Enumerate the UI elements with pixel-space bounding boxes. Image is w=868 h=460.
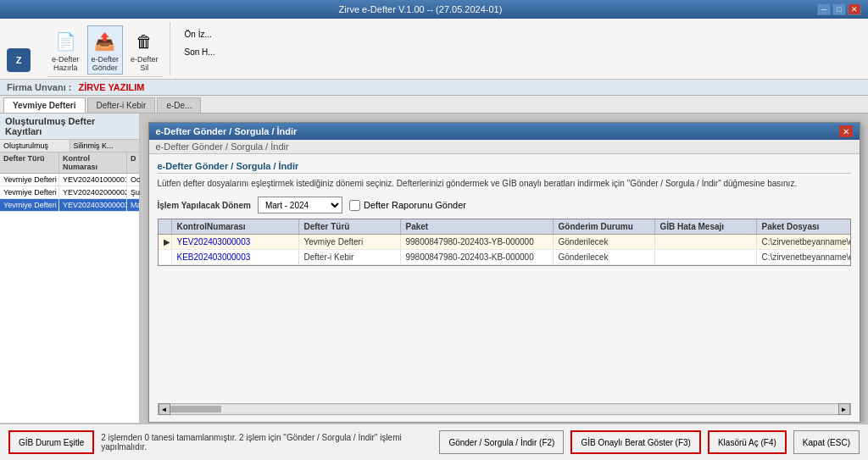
row-number: YEV202402000002 [59, 186, 127, 198]
row-type: Yevmiye Defteri [299, 235, 401, 249]
left-panel: Oluşturulmuş Defter Kayıtları Oluşturulm… [0, 114, 140, 423]
row-indicator: ▶ [159, 235, 172, 249]
modal-scrollbar[interactable]: ◄ ► [158, 403, 851, 415]
minimize-button[interactable]: ─ [817, 3, 831, 15]
hazirla-label: e-DefterHazırla [52, 55, 80, 72]
report-checkbox[interactable] [349, 200, 360, 211]
klasoru-ac-button[interactable]: Klasörü Aç (F4) [708, 430, 787, 454]
modal-table-body: ▶ YEV202403000003 Yevmiye Defteri 998008… [159, 235, 850, 265]
col-dosya: Paket Dosyası [757, 219, 851, 234]
scrollbar-track[interactable] [170, 406, 838, 413]
col-type: Defter Türü [299, 219, 401, 234]
sil-icon: 🗑 [131, 28, 158, 55]
row-dosya: C:\zirvenetbeyanname\eDefter\ZB C:\zirve… [757, 250, 851, 264]
row-number: YEV202403000003 [59, 199, 127, 211]
tab-created[interactable]: Oluşturulmuş [0, 140, 70, 152]
tab-deleted[interactable]: Silinmiş K... [70, 140, 140, 152]
left-table-body: Yevmiye Defteri YEV202401000001 Ocak - 2… [0, 174, 139, 212]
modal-breadcrumb: e-Defter Gönder / Sorgula / İndir [149, 140, 860, 154]
gonder-icon: 📤 [92, 28, 119, 55]
sil-button[interactable]: 🗑 e-DefterSil [126, 25, 163, 75]
row-paket: 99800847980-202403-YB-000000 [401, 235, 554, 249]
row-kontrol: YEV202403000003 [172, 235, 299, 249]
modal-title-bar: e-Defter Gönder / Sorgula / İndir ✕ [149, 123, 860, 140]
modal-section-title: e-Defter Gönder / Sorgula / İndir [158, 161, 851, 174]
title-bar: Zirve e-Defter V.1.00 -- (27.05.2024-01)… [0, 0, 868, 19]
gonder-sorgula-button[interactable]: Gönder / Sorgula / İndir (F2) [439, 430, 564, 454]
main-window: Z 📄 e-DefterHazırla 📤 e-DefterGönder 🗑 e… [0, 19, 868, 460]
ribbon-buttons: 📄 e-DefterHazırla 📤 e-DefterGönder 🗑 e-D… [47, 25, 163, 75]
col-paket: Paket [401, 219, 554, 234]
tab-edefter[interactable]: e-De... [157, 97, 201, 113]
row-dosya: C:\zirvenetbeyanname\eDefter\ZB C:\zirve… [757, 235, 851, 249]
period-select[interactable]: Ocak - 2024 Şubat - 2024 Mart - 2024 Nis… [258, 197, 342, 213]
kapat-button[interactable]: Kapat (ESC) [793, 430, 860, 454]
on-izle-button[interactable]: Ön İz... [181, 27, 231, 42]
row-type: Yevmiye Defteri [0, 186, 59, 198]
row-type: Yevmiye Defteri [0, 199, 59, 211]
ribbon: Z 📄 e-DefterHazırla 📤 e-DefterGönder 🗑 e… [0, 19, 868, 80]
status-text: 2 işlemden 0 tanesi tamamlanmıştır. 2 iş… [101, 433, 432, 452]
row-kontrol: KEB202403000003 [172, 250, 299, 264]
scrollbar-right-button[interactable]: ► [838, 403, 850, 415]
left-panel-header: Oluşturulmuş Defter Kayıtları [0, 114, 139, 140]
tab-yevmiye[interactable]: Yevmiye Defteri [3, 97, 86, 113]
row-type: Yevmiye Defteri [0, 174, 59, 186]
row-hata [655, 250, 757, 264]
left-table-header: Defter Türü Kontrol Numarası D [0, 152, 139, 174]
close-button[interactable]: ✕ [848, 3, 861, 15]
row-type: Defter-i Kebir [299, 250, 401, 264]
logo: Z [7, 48, 31, 72]
modal-description: Lütfen defter dosyalarını eşleştirmek is… [158, 177, 851, 190]
table-row[interactable]: Yevmiye Defteri YEV202403000003 Mart - 2 [0, 199, 139, 212]
modal-body: e-Defter Gönder / Sorgula / İndir Lütfen… [149, 154, 860, 422]
gib-berat-button[interactable]: GİB Onaylı Berat Göster (F3) [570, 430, 700, 454]
firm-header: Firma Unvanı : ZİRVE YAZILIM [0, 80, 868, 96]
report-label: Defter Raporunu Gönder [364, 200, 466, 210]
modal-title: e-Defter Gönder / Sorgula / İndir [156, 126, 298, 136]
period-label: İşlem Yapılacak Dönem [158, 201, 251, 210]
modal-table: KontrolNumarası Defter Türü Paket Gönder… [158, 219, 851, 266]
scrollbar-left-button[interactable]: ◄ [159, 403, 170, 415]
row-indicator [159, 250, 172, 264]
tab-kebir[interactable]: Defter-i Kebir [87, 97, 156, 113]
col-number: Kontrol Numarası [59, 152, 127, 173]
firm-name: ZİRVE YAZILIM [78, 82, 144, 92]
hazirla-button[interactable]: 📄 e-DefterHazırla [47, 25, 84, 75]
row-durum: Gönderilecek [554, 250, 655, 264]
table-row[interactable]: Yevmiye Defteri YEV202402000002 Şubat - [0, 186, 139, 199]
modal-close-button[interactable]: ✕ [839, 125, 853, 137]
table-row[interactable]: KEB202403000003 Defter-i Kebir 998008479… [159, 250, 850, 265]
col-hata: GİB Hata Mesajı [655, 219, 757, 234]
breadcrumb-text: e-Defter Gönder / Sorgula / İndir [156, 141, 289, 152]
app-title: Zirve e-Defter V.1.00 -- (27.05.2024-01) [24, 4, 817, 14]
son-h-label: Son H... [185, 47, 215, 57]
gonder-label: e-DefterGönder [92, 55, 120, 72]
modal-toolbar: İşlem Yapılacak Dönem Ocak - 2024 Şubat … [158, 197, 851, 213]
gonder-button[interactable]: 📤 e-DefterGönder [87, 25, 124, 75]
scrollbar-thumb[interactable] [170, 406, 221, 413]
row-durum: Gönderilecek [554, 235, 655, 249]
row-paket: 99800847980-202403-KB-000000 [401, 250, 554, 264]
firm-label: Firma Unvanı : [7, 82, 71, 92]
bottom-bar: GİB Durum Eşitle 2 işlemden 0 tanesi tam… [0, 423, 868, 460]
sil-label: e-DefterSil [131, 55, 159, 72]
modal-overlay: e-Defter Gönder / Sorgula / İndir ✕ e-De… [140, 114, 868, 423]
report-checkbox-label: Defter Raporunu Gönder [349, 200, 466, 211]
window-controls: ─ □ ✕ [817, 3, 861, 15]
table-row[interactable]: ▶ YEV202403000003 Yevmiye Defteri 998008… [159, 235, 850, 250]
col-type: Defter Türü [0, 152, 59, 173]
gib-durum-button[interactable]: GİB Durum Eşitle [8, 430, 94, 454]
left-panel-title: Oluşturulmuş Defter Kayıtları [5, 116, 95, 136]
main-area: e-Defter Gönder / Sorgula / İndir ✕ e-De… [140, 114, 868, 423]
on-izle-label: Ön İz... [185, 30, 212, 39]
table-row[interactable]: Yevmiye Defteri YEV202401000001 Ocak - 2 [0, 174, 139, 186]
modal-window: e-Defter Gönder / Sorgula / İndir ✕ e-De… [148, 122, 860, 423]
hazirla-icon: 📄 [52, 28, 79, 55]
row-hata [655, 235, 757, 249]
modal-table-header: KontrolNumarası Defter Türü Paket Gönder… [159, 219, 850, 235]
tab-area: Yevmiye Defteri Defter-i Kebir e-De... [0, 96, 868, 114]
maximize-button[interactable]: □ [832, 3, 846, 15]
content-area: Oluşturulmuş Defter Kayıtları Oluşturulm… [0, 114, 868, 423]
son-h-button[interactable]: Son H... [181, 45, 231, 59]
